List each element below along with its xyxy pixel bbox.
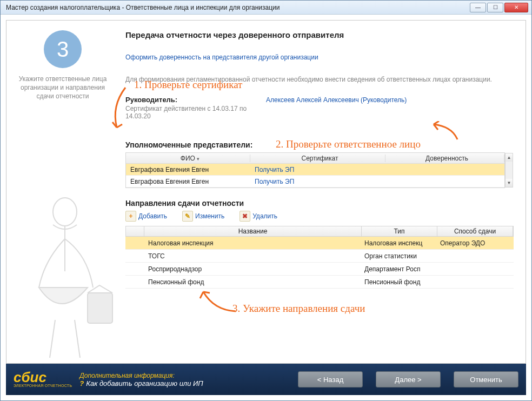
dirs-cell-name: ТОГС [144,252,362,260]
dirs-cell-type: Пенсионный фонд [362,278,438,286]
reps-row[interactable]: Евграфова Евгения Евген Получить ЭП [126,176,504,188]
annotation-arrow-2-icon [430,121,463,143]
leader-name-link[interactable]: Алексеев Алексей Алексеевич (Руководител… [266,96,407,104]
proxy-link[interactable]: Оформить доверенность на представителя д… [125,54,318,61]
dirs-header-row: Название Тип Способ сдачи [125,226,514,237]
add-button-label: Добавить [138,212,167,220]
delete-button-label: Удалить [252,212,277,220]
reps-cell-fio: Евграфова Евгения Евген [126,178,250,185]
add-button[interactable]: + Добавить [125,211,167,222]
main-content: Передача отчетности через доверенного от… [119,21,526,363]
plus-icon: + [125,211,136,222]
dirs-col-type[interactable]: Тип [362,226,437,236]
dirs-table: Название Тип Способ сдачи Налоговая инсп… [125,226,514,289]
sidebar-hint: Укажите ответственные лица организации и… [14,75,111,101]
reps-col-fio[interactable]: ФИО ▾ [126,155,250,162]
body-frame: 3 Укажите ответственные лица организации… [6,20,526,364]
client-area: 3 Укажите ответственные лица организации… [1,15,531,400]
dirs-row[interactable]: Пенсионный фонд Пенсионный фонд [125,276,514,289]
edit-button-label: Изменить [195,212,224,220]
next-button[interactable]: Далее > [376,371,441,387]
reps-col-pow[interactable]: Доверенность [385,155,504,162]
delete-icon: ✖ [240,211,250,222]
dirs-cell-method: Оператор ЭДО [438,239,514,247]
footer: сбис ЭЛЕКТРОННАЯ ОТЧЕТНОСТЬ Дополнительн… [6,364,526,395]
page-title: Передача отчетности через доверенного от… [125,30,514,39]
sort-arrow-icon: ▾ [197,156,200,162]
sidebar: 3 Укажите ответственные лица организации… [6,21,119,363]
close-button[interactable]: ✕ [504,3,528,12]
cert-validity: Сертификат действителен с 14.03.17 по 14… [125,105,266,120]
dirs-col-marker [126,226,144,236]
scroll-down-icon[interactable]: ▼ [506,179,513,187]
edit-button[interactable]: ✎ Изменить [182,211,224,222]
leader-row: Руководитель: Сертификат действителен с … [125,96,514,120]
dirs-cell-name: Росприроднадзор [144,265,362,273]
description-text: Для формирования регламентированной отче… [125,75,514,84]
window-title: Мастер создания налогоплательщика - Отве… [4,4,470,11]
reps-table: ФИО ▾ Сертификат Доверенность Евграфова … [125,152,505,188]
get-cert-link[interactable]: Получить ЭП [255,166,294,173]
delete-button[interactable]: ✖ Удалить [240,211,277,222]
logo-text: сбис [14,371,72,384]
footer-info: Дополнительная информация: ?Как добавить… [79,372,285,387]
pencil-icon: ✎ [182,211,193,222]
cancel-button[interactable]: Отменить [454,371,518,387]
footer-help-label: Как добавить организацию или ИП [86,379,203,387]
step-number: 3 [57,37,69,62]
footer-help-link[interactable]: ?Как добавить организацию или ИП [79,379,285,387]
dirs-toolbar: + Добавить ✎ Изменить ✖ Удалить [125,211,514,222]
logo-subtitle: ЭЛЕКТРОННАЯ ОТЧЕТНОСТЬ [14,384,72,387]
window-frame: Мастер создания налогоплательщика - Отве… [0,0,532,401]
titlebar: Мастер создания налогоплательщика - Отве… [1,1,531,15]
minimize-button[interactable]: — [470,3,486,12]
question-icon: ? [79,379,84,387]
svg-point-0 [53,198,77,226]
footer-info-title: Дополнительная информация: [79,372,285,379]
reps-cell-fio: Евграфова Евгения Евген [126,166,250,173]
dirs-col-method[interactable]: Способ сдачи [437,226,513,236]
dirs-col-name[interactable]: Название [144,226,362,236]
annotation-arrow-3-icon [198,288,241,315]
reps-col-fio-label: ФИО [181,155,195,162]
reps-header-row: ФИО ▾ Сертификат Доверенность [126,153,504,164]
dirs-row[interactable]: Росприроднадзор Департамент Росп [125,263,514,276]
scroll-up-icon[interactable]: ▲ [506,153,513,162]
logo: сбис ЭЛЕКТРОННАЯ ОТЧЕТНОСТЬ [14,371,72,387]
dirs-heading: Направления сдачи отчетности [125,199,514,208]
get-cert-link[interactable]: Получить ЭП [255,178,294,185]
svg-rect-1 [88,293,112,323]
reps-col-cert[interactable]: Сертификат [250,155,385,162]
dirs-cell-name: Пенсионный фонд [144,278,362,286]
dirs-row[interactable]: ТОГС Орган статистики [125,250,514,263]
reps-scrollbar[interactable]: ▲ ▼ [505,153,513,188]
reps-row[interactable]: Евграфова Евгения Евген Получить ЭП [126,164,504,176]
window-controls: — ☐ ✕ [470,3,528,12]
step-badge: 3 [44,30,82,68]
annotation-3: 3. Укажите направления сдачи [232,303,365,315]
dirs-cell-type: Орган статистики [362,252,438,260]
reps-heading: Уполномоченные представители: [125,141,514,149]
dirs-cell-type: Налоговая инспекц [362,239,438,247]
maximize-button[interactable]: ☐ [487,3,503,12]
dirs-row[interactable]: Налоговая инспекция Налоговая инспекц Оп… [125,237,514,250]
dirs-cell-type: Департамент Росп [362,265,438,273]
dirs-cell-name: Налоговая инспекция [144,239,362,247]
leader-label: Руководитель: [125,96,266,104]
back-button[interactable]: < Назад [298,371,363,387]
assistant-illustration [6,190,123,363]
